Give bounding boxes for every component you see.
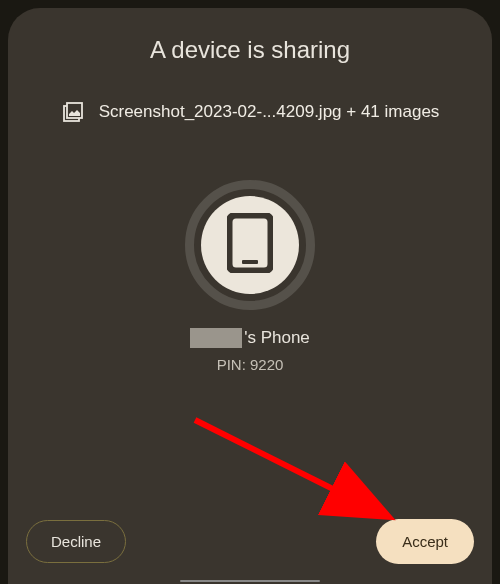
device-section: 's Phone PIN: 9220 xyxy=(32,180,468,560)
nav-bar-indicator xyxy=(180,580,320,582)
action-buttons: Decline Accept xyxy=(26,519,474,564)
file-info-row: Screenshot_2023-02-...4209.jpg + 41 imag… xyxy=(32,100,468,124)
pin-label: PIN: 9220 xyxy=(217,356,284,373)
device-name-row: 's Phone xyxy=(190,328,310,348)
decline-button[interactable]: Decline xyxy=(26,520,126,563)
device-avatar-ring xyxy=(185,180,315,310)
device-avatar xyxy=(201,196,299,294)
share-sheet: A device is sharing Screenshot_2023-02-.… xyxy=(8,8,492,584)
device-name-suffix: 's Phone xyxy=(244,328,310,348)
svg-rect-3 xyxy=(242,260,258,264)
file-name: Screenshot_2023-02-...4209.jpg + 41 imag… xyxy=(99,102,440,122)
phone-icon xyxy=(227,213,273,277)
redacted-name xyxy=(190,328,242,348)
accept-button[interactable]: Accept xyxy=(376,519,474,564)
sheet-title: A device is sharing xyxy=(32,36,468,64)
photo-stack-icon xyxy=(61,100,85,124)
